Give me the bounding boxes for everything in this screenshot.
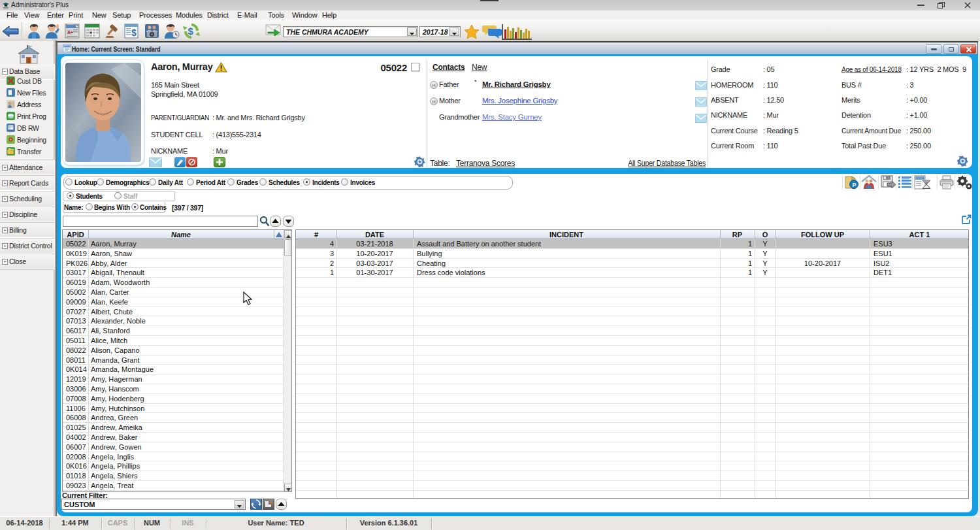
svg-text:$: $: [131, 27, 137, 38]
svg-text:$: $: [188, 25, 194, 37]
svg-text:P: P: [853, 182, 857, 188]
svg-text:A+: A+: [67, 30, 73, 35]
